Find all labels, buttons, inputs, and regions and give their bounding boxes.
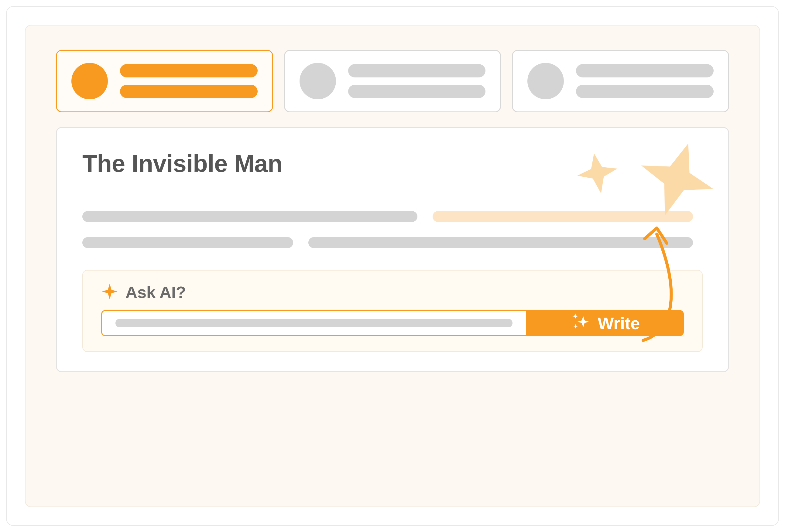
tabs-row [56,50,729,112]
placeholder-line [576,64,714,77]
app-frame: The Invisible Man [6,6,779,526]
ask-ai-label: Ask AI? [125,283,186,301]
write-button[interactable]: Write [526,310,684,336]
placeholder-line [308,237,693,248]
placeholder-line [116,319,512,327]
sparkles-icon [570,311,591,336]
workspace-panel: The Invisible Man [25,25,760,507]
tab-placeholder-lines [576,64,714,98]
tab-placeholder-lines [348,64,486,98]
ask-ai-input[interactable] [101,310,526,336]
ask-ai-input-row: Write [101,310,684,336]
document-body-placeholder [82,211,703,248]
tab-card-2[interactable] [284,50,501,112]
tab-card-3[interactable] [512,50,729,112]
placeholder-line [348,64,486,77]
avatar-icon [527,63,564,99]
document-title: The Invisible Man [82,150,703,178]
placeholder-line [120,64,258,77]
avatar-icon [71,63,108,99]
tab-placeholder-lines [120,64,258,98]
sparkle-icon [101,283,118,301]
document-card: The Invisible Man [56,127,729,372]
tab-card-1[interactable] [56,50,273,112]
ai-generated-line [433,211,693,222]
avatar-icon [300,63,336,99]
placeholder-line [82,237,293,248]
ask-ai-panel: Ask AI? Write [82,270,703,352]
placeholder-line [348,85,486,98]
ask-ai-header: Ask AI? [101,283,684,301]
placeholder-line [120,85,258,98]
write-button-label: Write [598,313,640,333]
placeholder-line [82,211,417,222]
placeholder-line [576,85,714,98]
